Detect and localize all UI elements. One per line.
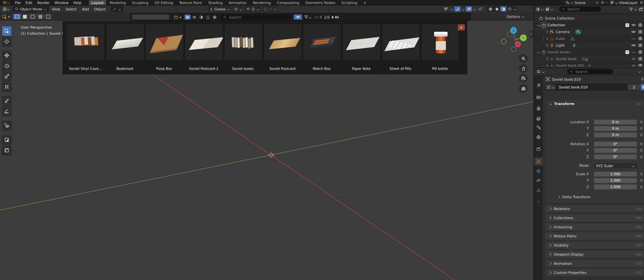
asset-card[interactable]: Soviet Postcard 2: [185, 24, 222, 60]
location-x-field[interactable]: 0 m: [594, 120, 637, 125]
mesh-count-badge[interactable]: 2: [581, 56, 588, 61]
tool-move[interactable]: [2, 51, 11, 60]
asset-filter-dropdown[interactable]: [304, 15, 312, 19]
tab-object[interactable]: [534, 157, 543, 166]
tool-annotate[interactable]: [2, 96, 11, 105]
menu-render[interactable]: Render: [35, 1, 52, 5]
asset-card[interactable]: Soviet Postcard: [264, 24, 301, 60]
view-layer-selector[interactable]: ViewLayer: [609, 0, 639, 5]
outliner-filter-id-type[interactable]: [545, 7, 554, 11]
filter-materials-button[interactable]: [198, 15, 204, 20]
pin-icon[interactable]: [595, 1, 599, 4]
blender-logo-icon[interactable]: [0, 0, 13, 5]
outliner-row-soviet-book[interactable]: Soviet book 2: [534, 55, 644, 62]
asset-card[interactable]: Sheet of Pills: [382, 24, 419, 60]
tab-constraints[interactable]: [534, 167, 543, 175]
outliner-row-cube[interactable]: Cube: [534, 35, 644, 42]
chevron-down-icon[interactable]: [537, 51, 540, 53]
filter-meshes-button[interactable]: [191, 15, 197, 20]
select-mode-invert-button[interactable]: [37, 14, 44, 19]
scale-z-field[interactable]: 1.000: [594, 184, 637, 189]
workspace-tab-scripting[interactable]: Scripting: [339, 0, 360, 5]
hide-eye-closed-icon[interactable]: [631, 50, 636, 54]
select-mode-subtract-button[interactable]: [29, 14, 36, 19]
asset-thumbnail-pizza-box[interactable]: [145, 24, 184, 60]
panel-grip[interactable]: [636, 244, 641, 246]
chevron-right-icon[interactable]: [545, 64, 548, 67]
filter-worlds-button[interactable]: [212, 15, 218, 20]
panel-grip[interactable]: [636, 272, 641, 274]
tab-physics[interactable]: [534, 176, 543, 184]
menu-window[interactable]: Window: [52, 1, 71, 5]
menu-file[interactable]: File: [13, 1, 23, 5]
users-count[interactable]: 2: [627, 84, 641, 91]
panel-collections[interactable]: Collections: [546, 214, 644, 222]
workspace-tab-rendering[interactable]: Rendering: [250, 0, 274, 5]
panel-relations[interactable]: Relations: [546, 205, 644, 212]
asset-card[interactable]: Match Box: [303, 24, 340, 60]
lock-icon[interactable]: [640, 142, 643, 146]
render-camera-icon[interactable]: [638, 43, 643, 48]
chevron-down-icon[interactable]: [537, 24, 540, 26]
render-camera-icon[interactable]: [638, 29, 643, 34]
hide-eye-icon[interactable]: [631, 29, 636, 34]
select-mode-extend-button[interactable]: [21, 14, 28, 19]
tool-measure[interactable]: [2, 106, 11, 116]
orientation-selector[interactable]: Global: [208, 6, 231, 12]
workspace-tab-modeling[interactable]: Modeling: [107, 0, 128, 5]
menu-edit[interactable]: Edit: [23, 1, 35, 5]
panel-custom-properties[interactable]: Custom Properties: [546, 269, 644, 276]
outliner-row-soviet-book-001[interactable]: Soviet book.001: [534, 62, 644, 67]
asset-library-selector[interactable]: ▾: [173, 15, 181, 20]
show-overlays-button[interactable]: [466, 6, 472, 11]
show-gizmo-button[interactable]: [454, 6, 460, 11]
mesh-data-badge[interactable]: [587, 63, 592, 67]
asset-search-field[interactable]: [220, 15, 292, 20]
location-y-field[interactable]: 0 m: [594, 126, 637, 131]
tab-world[interactable]: [534, 133, 543, 141]
asset-thumbnail-books[interactable]: [224, 24, 262, 60]
select-mode-new-button[interactable]: [13, 14, 21, 19]
outliner-row-camera[interactable]: Camera: [534, 28, 644, 35]
menu-object[interactable]: Object: [92, 7, 109, 11]
shading-wireframe-button[interactable]: [487, 6, 494, 11]
light-data-badge[interactable]: [572, 43, 576, 48]
pin-icon[interactable]: [640, 77, 644, 81]
chevron-right-icon[interactable]: [545, 37, 548, 40]
show-assets-toggle[interactable]: [294, 15, 302, 20]
rotation-mode-dropdown[interactable]: XYZ Euler: [594, 163, 637, 168]
outliner-filter-dropdown[interactable]: [629, 7, 637, 11]
asset-search-input[interactable]: [229, 15, 289, 20]
scale-y-field[interactable]: 1.000: [594, 178, 637, 183]
catalog-path-button[interactable]: [132, 15, 169, 20]
transform-panel-header[interactable]: Transform: [549, 102, 574, 106]
page-last-button[interactable]: [335, 16, 338, 19]
render-camera-icon[interactable]: [638, 63, 643, 67]
workspace-tab-layout[interactable]: Layout: [89, 0, 106, 5]
panel-instancing[interactable]: Instancing: [546, 223, 644, 231]
asset-card[interactable]: Paper Note: [342, 24, 380, 60]
lock-icon[interactable]: [640, 120, 643, 124]
object-name-input[interactable]: Soviet book.010: [556, 84, 627, 91]
asset-card[interactable]: Soviet books: [224, 24, 262, 60]
asset-card[interactable]: Pizza Box: [145, 24, 183, 60]
shading-solid-button[interactable]: [494, 6, 500, 11]
collection-checkbox[interactable]: ✓: [625, 23, 629, 27]
workspace-tab-shading[interactable]: Shading: [206, 0, 225, 5]
tool-scale[interactable]: [2, 72, 11, 81]
page-next-button[interactable]: [332, 16, 334, 19]
hide-eye-icon[interactable]: [631, 56, 636, 61]
panel-motion-paths[interactable]: Motion Paths: [546, 232, 644, 240]
outliner-row-soviet-books[interactable]: Soviet books ✓: [534, 49, 644, 55]
tab-view-layer[interactable]: [534, 115, 543, 123]
rotation-z-field[interactable]: 0°: [594, 154, 637, 159]
zoom-button[interactable]: [519, 54, 528, 63]
library-override-button[interactable]: [641, 84, 644, 90]
panel-grip[interactable]: [636, 208, 641, 210]
camera-view-button[interactable]: [519, 74, 528, 83]
ortho-toggle-button[interactable]: [519, 84, 528, 93]
tab-render[interactable]: [534, 93, 543, 101]
show-object-types-button[interactable]: [443, 6, 449, 11]
lock-icon[interactable]: [640, 178, 643, 182]
tool-select-box[interactable]: [2, 26, 11, 36]
